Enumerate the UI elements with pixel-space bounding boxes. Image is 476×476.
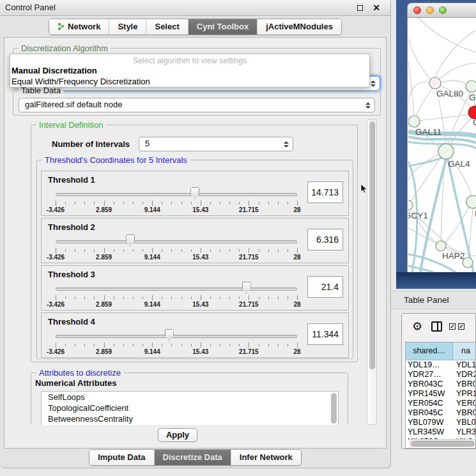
table-row[interactable]: YLR345WYLR3 [406,427,475,437]
checkbox-icon[interactable]: ✓ [458,323,464,330]
threshold-3-box: Threshold 3 -3.4262.8599.14415.4321.7152… [41,265,349,311]
network-edge [468,208,473,257]
slider-tick-labels: -3.4262.8599.14415.4321.71528 [56,206,297,214]
network-canvas[interactable]: GAL80GACGAL11GAL4GCY1HHAP2 [407,18,476,272]
attribute-list-scrollbar-thumb[interactable] [331,393,337,424]
threshold-3-label: Threshold 3 [48,270,95,279]
table-panel-titlebar: Table Panel [391,291,476,309]
table-row[interactable]: YPR145WYPR1 [406,389,475,399]
number-of-intervals-combobox[interactable]: 5 [139,137,293,151]
tab-select[interactable]: Select [146,19,187,35]
settings-scroll-viewport: Interval Definition Number of Intervals … [13,119,365,425]
network-node[interactable] [438,144,454,159]
tab-network[interactable]: Network [49,19,109,35]
tab-style[interactable]: Style [109,19,146,35]
network-node-label: GAL11 [415,127,441,137]
slider-ticks [56,248,297,253]
slider-handle[interactable] [190,187,199,199]
threshold-3-slider[interactable]: -3.4262.8599.14415.4321.71528 [56,280,297,309]
threshold-4-label: Threshold 4 [48,317,95,326]
slider-track[interactable] [56,335,297,338]
float-window-icon[interactable] [355,3,365,13]
network-edge [435,63,476,83]
table-row[interactable]: YBL079WYBL0 [406,418,475,427]
tab-discretize-data[interactable]: Discretize Data [154,450,231,465]
column-header-name[interactable]: na [453,342,475,360]
dropdown-option-equal-width-frequency[interactable]: Equal Width/Frequency Discretization [10,76,369,87]
network-node[interactable] [463,257,473,268]
zoom-traffic-light-icon[interactable] [439,6,447,14]
network-svg: GAL80GACGAL11GAL4GCY1HHAP2 [408,18,476,272]
threshold-2-box: Threshold 2 -3.4262.8599.14415.4321.7152… [41,218,349,263]
checkbox-icon[interactable]: ✓ [449,323,456,330]
right-workspace: GAL80GACGAL11GAL4GCY1HHAP2 Table Panel ⚙… [391,0,476,476]
apply-button[interactable]: Apply [158,428,197,442]
tab-infer-network[interactable]: Infer Network [231,450,301,465]
threshold-1-slider[interactable]: -3.4262.8599.14415.4321.71528 [56,185,297,215]
threshold-2-slider[interactable]: -3.4262.8599.14415.4321.71528 [56,233,297,262]
threshold-2-value-field[interactable]: 6.316 [307,229,343,250]
tab-jactivemnodules[interactable]: jActiveMNodules [257,19,341,35]
network-node[interactable] [466,81,476,92]
network-edge [435,28,476,77]
table-row[interactable]: YBR043CYBR0 [406,380,475,389]
thresholds-title: Threshold's Coordinates for 5 Intervals [42,155,190,165]
table-rows: YDL19…YDL1YDR27…YDR2YBR043CYBR0YPR145WYP… [406,360,475,447]
network-view-window: GAL80GACGAL11GAL4GCY1HHAP2 [407,3,476,272]
attribute-list-item[interactable]: BetweennessCentrality [42,413,338,424]
network-node[interactable] [468,106,476,119]
stepper-icon [284,141,289,148]
minimize-traffic-light-icon[interactable] [426,6,434,14]
attribute-list-item[interactable]: TopologicalCoefficient [42,403,338,413]
split-columns-icon[interactable] [431,321,442,332]
slider-handle[interactable] [242,282,251,294]
tab-cyni-toolbox[interactable]: Cyni Toolbox [188,19,257,35]
scrollbar-thumb[interactable] [369,121,375,369]
table-row[interactable]: YDL19…YDL1 [406,360,475,370]
slider-tick-labels: -3.4262.8599.14415.4321.71528 [56,254,297,261]
scrollbar-thumb[interactable] [411,441,475,447]
slider-track[interactable] [56,288,297,291]
attribute-list[interactable]: SelfLoopsTopologicalCoefficientBetweenne… [41,391,339,425]
slider-track[interactable] [56,240,297,243]
table-data-group: Table Data galFiltered.sif default node [13,90,381,116]
table-row[interactable]: YDR27…YDR2 [406,370,475,380]
slider-track[interactable] [56,193,297,196]
network-node[interactable] [466,196,476,208]
network-edge [408,38,414,116]
threshold-1-value-field[interactable]: 14.713 [307,181,343,203]
network-node[interactable] [429,77,441,89]
network-window-titlebar[interactable] [407,3,476,18]
table-row[interactable]: YBR045CYBR0 [406,408,475,418]
dropdown-placeholder: Select algorithm to view settings [10,54,369,65]
gear-icon[interactable]: ⚙ [412,319,422,334]
table-horizontal-scrollbar[interactable] [409,439,475,447]
table-row[interactable]: YER054CYER0 [406,399,475,408]
threshold-4-box: Threshold 4 -3.4262.8599.14415.4321.7152… [41,312,349,358]
settings-vertical-scrollbar[interactable] [367,119,377,425]
threshold-1-box: Threshold 1 -3.4262.8599.14415.4321.7152… [41,171,349,216]
network-node[interactable] [408,116,420,127]
slider-ticks [56,201,297,206]
bottom-tabbar: Impute Data Discretize Data Infer Networ… [0,449,390,466]
threshold-3-value-field[interactable]: 21.4 [307,276,343,298]
close-window-icon[interactable]: ✕ [371,3,381,13]
attribute-list-item[interactable]: SelfLoops [42,392,338,403]
interval-definition-group: Interval Definition Number of Intervals … [31,125,358,362]
table-data-combobox[interactable]: galFiltered.sif default node [19,98,375,112]
thresholds-group: Threshold's Coordinates for 5 Intervals … [36,160,353,359]
tab-impute-data[interactable]: Impute Data [89,450,153,465]
column-header-shared-name[interactable]: shared… [406,342,453,360]
dropdown-option-manual-discretization[interactable]: Manual Discretization [10,65,369,76]
network-node-label: GA [469,93,476,102]
close-traffic-light-icon[interactable] [413,6,421,14]
slider-tick-labels: -3.4262.8599.14415.4321.71528 [56,348,297,356]
slider-handle[interactable] [165,329,174,341]
threshold-4-value-field[interactable]: 11.344 [307,323,343,345]
network-node[interactable] [436,241,446,251]
mouse-cursor [360,184,367,194]
slider-handle[interactable] [126,234,135,247]
threshold-4-slider[interactable]: -3.4262.8599.14415.4321.71528 [56,327,297,357]
slider-ticks [56,342,297,348]
network-node[interactable] [408,200,413,210]
